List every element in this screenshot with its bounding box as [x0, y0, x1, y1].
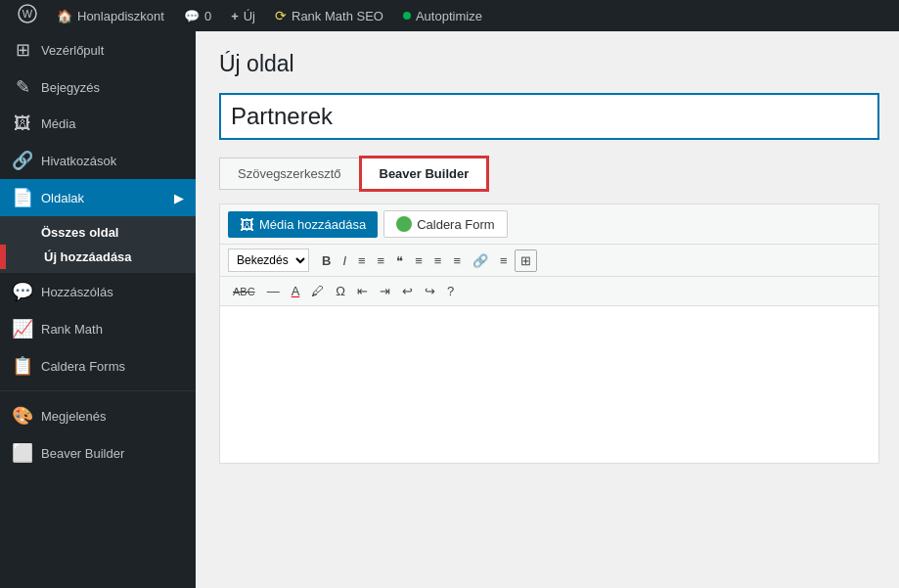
sidebar-divider: [0, 390, 196, 391]
paste-as-text-button[interactable]: 🖊: [306, 281, 329, 301]
sidebar-item-beaver-builder[interactable]: ⬜ Beaver Builder: [0, 434, 196, 472]
admin-bar-comments[interactable]: 💬 0: [174, 0, 221, 31]
rankmath-sidebar-icon: 📈: [12, 318, 33, 339]
sidebar-item-megjelenes[interactable]: 🎨 Megjelenés: [0, 397, 196, 434]
sidebar: ⊞ Vezérlőpult ✎ Bejegyzés 🖼 Média 🔗 Hiva…: [0, 31, 196, 588]
media-add-button[interactable]: 🖼 Média hozzáadása: [228, 211, 378, 238]
horizontal-rule-button[interactable]: —: [262, 281, 285, 301]
pages-icon: 📄: [12, 187, 33, 208]
pages-submenu: Összes oldal Új hozzáadása: [0, 216, 196, 273]
fullscreen-button[interactable]: ⊞: [515, 249, 537, 272]
sidebar-item-vezerlpult[interactable]: ⊞ Vezérlőpult: [0, 31, 196, 68]
sidebar-item-bejegyzes[interactable]: ✎ Bejegyzés: [0, 68, 196, 106]
format-toolbar-2: ABC — A 🖊 Ω ⇤ ⇥ ↩ ↪ ?: [220, 277, 878, 306]
home-icon: 🏠: [57, 9, 72, 23]
tab-beaver-builder[interactable]: Beaver Builder: [359, 156, 490, 192]
chevron-right-icon: ▶: [174, 191, 184, 205]
admin-bar-site[interactable]: 🏠 Honlapdiszkont: [47, 0, 174, 31]
sidebar-item-hozzaszolas[interactable]: 💬 Hozzászólás: [0, 273, 196, 310]
links-icon: 🔗: [12, 150, 33, 171]
strikethrough-button[interactable]: ABC: [228, 283, 260, 300]
special-chars-button[interactable]: Ω: [331, 281, 350, 301]
link-button[interactable]: 🔗: [468, 250, 493, 271]
sidebar-item-oldalak[interactable]: 📄 Oldalak ▶: [0, 179, 196, 216]
ordered-list-button[interactable]: ≡: [373, 250, 390, 271]
decrease-indent-button[interactable]: ⇤: [352, 281, 373, 301]
plus-icon: +: [231, 9, 239, 23]
svg-text:W: W: [22, 8, 33, 20]
admin-bar: W 🏠 Honlapdiszkont 💬 0 + Új ⟳ Rank Math …: [0, 0, 899, 31]
media-icon: 🖼: [12, 113, 33, 134]
tab-szovegszerkeszto[interactable]: Szövegszerkesztő: [219, 158, 359, 190]
rankmath-icon: ⟳: [275, 8, 287, 23]
content-area: Új oldal Szövegszerkesztő Beaver Builder…: [196, 31, 899, 588]
page-title: Új oldal: [219, 51, 879, 77]
autoptimize-status-dot: [403, 12, 411, 20]
posts-icon: ✎: [12, 76, 33, 98]
sidebar-item-caldera[interactable]: 📋 Caldera Forms: [0, 347, 196, 384]
format-select[interactable]: Bekezdés Fejléc 1 Fejléc 2 Fejléc 3: [228, 249, 309, 272]
sidebar-sub-uj-hozzaadasa[interactable]: Új hozzáadása: [0, 245, 196, 269]
unordered-list-button[interactable]: ≡: [353, 250, 371, 271]
more-button[interactable]: ≡: [495, 250, 513, 271]
admin-bar-autoptimize[interactable]: Autoptimize: [393, 0, 492, 31]
editor-body[interactable]: [220, 306, 878, 463]
comments-icon: 💬: [184, 9, 200, 23]
undo-button[interactable]: ↩: [397, 281, 418, 301]
redo-button[interactable]: ↪: [420, 281, 440, 301]
wp-logo-icon[interactable]: W: [8, 4, 47, 28]
media-toolbar-row: 🖼 Média hozzáadása Caldera Form: [220, 204, 878, 245]
align-left-button[interactable]: ≡: [410, 250, 427, 271]
sidebar-sub-osszes-oldal[interactable]: Összes oldal: [0, 220, 196, 245]
sidebar-item-media[interactable]: 🖼 Média: [0, 106, 196, 142]
format-toolbar-1: Bekezdés Fejléc 1 Fejléc 2 Fejléc 3 B I …: [220, 245, 878, 277]
main-layout: ⊞ Vezérlőpult ✎ Bejegyzés 🖼 Média 🔗 Hiva…: [0, 31, 899, 588]
post-title-input[interactable]: [219, 93, 879, 140]
blockquote-button[interactable]: ❝: [391, 250, 408, 271]
admin-bar-rankmath[interactable]: ⟳ Rank Math SEO: [265, 0, 393, 31]
caldera-icon: [396, 216, 412, 232]
bold-button[interactable]: B: [317, 250, 336, 271]
dashboard-icon: ⊞: [12, 39, 33, 61]
help-button[interactable]: ?: [442, 281, 459, 301]
beaver-sidebar-icon: ⬜: [12, 442, 33, 464]
editor-tabs: Szövegszerkesztő Beaver Builder: [219, 156, 879, 192]
editor-container: 🖼 Média hozzáadása Caldera Form Bekezdés…: [219, 204, 879, 464]
sidebar-item-hivatkozasok[interactable]: 🔗 Hivatkozások: [0, 142, 196, 179]
caldera-form-button[interactable]: Caldera Form: [383, 210, 507, 238]
sidebar-item-rankmath[interactable]: 📈 Rank Math: [0, 310, 196, 347]
appearance-icon: 🎨: [12, 405, 33, 427]
admin-bar-new[interactable]: + Új: [221, 0, 265, 31]
italic-button[interactable]: I: [337, 250, 351, 271]
increase-indent-button[interactable]: ⇥: [375, 281, 395, 301]
comments-sidebar-icon: 💬: [12, 281, 33, 302]
align-right-button[interactable]: ≡: [448, 250, 466, 271]
caldera-sidebar-icon: 📋: [12, 355, 33, 377]
media-add-icon: 🖼: [240, 216, 254, 233]
align-center-button[interactable]: ≡: [429, 250, 447, 271]
text-color-button[interactable]: A: [287, 281, 305, 301]
